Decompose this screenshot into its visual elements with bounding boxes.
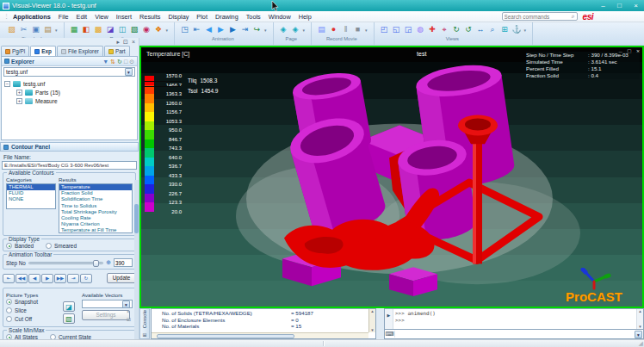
anchor-view-icon[interactable]: ⚓ [511,24,523,35]
command-input-row[interactable]: ⌨ ▾ [384,330,644,339]
pan-view-icon[interactable]: ↔ [475,24,486,35]
update-button[interactable]: Update [107,273,136,283]
open-file-icon[interactable]: ▨ [6,24,17,35]
play-button[interactable]: ▶ [41,274,53,283]
maximize-button[interactable]: □ [614,2,625,9]
section-cut-icon[interactable]: ◫ [117,24,128,35]
explorer-sort-icon[interactable]: ⇅ [110,59,115,65]
menu-tools[interactable]: Tools [246,13,261,21]
menu-applications[interactable]: Applications [13,13,51,21]
rotate-view-icon[interactable]: ↻ [451,24,462,35]
loop-button[interactable]: ↻ [80,274,92,283]
previous-page-icon[interactable]: ◈ [278,24,289,35]
axis-triad-icon[interactable]: ✚ [427,24,438,35]
result-tools-icon[interactable]: ❖ [153,24,164,35]
group-dropdown-icon[interactable]: ▾ [524,28,527,33]
scroll-down-icon[interactable]: ▼ [637,325,643,329]
paste-icon[interactable]: ▤ [42,24,53,35]
menu-help[interactable]: Help [299,13,312,21]
viewport-window[interactable]: Temperature [C] test – □ × [139,46,644,308]
last-frame-icon[interactable]: ⇥ [239,24,251,35]
scroll-up-icon[interactable]: ▲ [369,309,375,313]
prompt-scrollbar[interactable]: ▲ ▼ [636,309,643,329]
keyboard-icon[interactable]: ⌨ [385,331,395,338]
tab-file-explorer[interactable]: File Explorer [57,46,103,56]
chevron-down-icon[interactable]: ▾ [125,68,133,76]
perspective-view-icon[interactable]: ◍ [415,24,426,35]
expander-icon[interactable]: − [4,81,10,87]
console-float-icon[interactable]: ⊡ [127,317,131,322]
explorer-refresh-icon[interactable]: ↻ [117,59,122,65]
search-icon[interactable]: ⌕ [572,13,575,20]
console-output-pane[interactable]: No. of Solids (TETRA/HEXA/WEDGE) = 59418… [151,308,376,339]
record-icon[interactable]: ● [328,24,339,35]
fast-rewind-button[interactable]: ◀◀ [15,274,28,283]
menu-file[interactable]: File [59,13,69,21]
zoom-region-icon[interactable]: ⌕ [487,24,498,35]
observer-icon[interactable]: ⌖ [439,24,450,35]
tab-part[interactable]: Part [104,46,130,56]
iso-view-icon[interactable]: ◱ [391,24,402,35]
panel-float-icon[interactable]: ⊡ [123,38,128,46]
result-item[interactable]: Cooling Rate [59,215,132,221]
expander-icon[interactable]: + [16,98,22,104]
console-vertical-scrollbar[interactable]: ▲ ▼ [368,309,375,332]
previous-frame-icon[interactable]: ◀ [203,24,214,35]
step-slider[interactable] [28,262,103,264]
display-type-radio[interactable]: Smeared [46,243,77,249]
menu-plot[interactable]: Plot [196,13,207,21]
picture-type-radio[interactable]: Snapshot [6,299,63,305]
go-first-button[interactable]: ⇤ [3,274,15,283]
open-results-icon[interactable]: ▦ [69,24,80,35]
banded-contour-icon[interactable]: ▩ [93,24,104,35]
model-selector-combo[interactable]: testg.unf ▾ [3,67,135,77]
go-last-button[interactable]: ⇥ [67,274,79,283]
cut-icon[interactable]: ✂ [18,24,29,35]
menu-insert[interactable]: Insert [116,13,132,21]
tree-node-parts[interactable]: + Parts (15) [4,88,134,96]
menu-edit[interactable]: Edit [77,13,88,21]
next-frame-icon[interactable]: ▶ [227,24,238,35]
stop-icon[interactable]: ■ [352,24,363,35]
tree-node-root[interactable]: − testg.unf [4,79,134,88]
play-icon[interactable]: ▶ [215,24,226,35]
group-dropdown-icon[interactable]: ▾ [365,28,368,33]
run-command-icon[interactable]: ▶ [385,309,393,329]
copy-icon[interactable]: ▣ [30,24,41,35]
group-dropdown-icon[interactable]: ▾ [166,28,169,33]
step-increment-icon[interactable]: ⊕ [106,259,111,266]
minimize-button[interactable]: – [598,2,609,9]
cutoff-icon-button[interactable]: ▧ [63,313,75,324]
menu-drawing[interactable]: Drawing [215,13,238,21]
scroll-up-icon[interactable]: ▲ [637,309,643,313]
chevron-down-icon[interactable]: ▾ [635,331,642,338]
movie-strip-icon[interactable]: ▤ [316,24,327,35]
explorer-options-icon[interactable]: ⊙ [129,59,134,65]
expander-icon[interactable]: + [16,90,22,96]
picture-type-radio[interactable]: Cut Off [6,316,63,322]
category-item[interactable]: NONE [7,196,55,202]
contour-plot-icon[interactable]: ◧ [81,24,92,35]
step-number-input[interactable] [114,258,133,267]
console-grid-icon[interactable]: ⊞ [142,332,146,338]
explorer-new-window-icon[interactable]: □ [124,59,127,65]
search-input[interactable] [505,14,572,20]
scroll-down-icon[interactable]: ▼ [369,328,375,332]
result-item[interactable]: Fraction Solid [59,190,132,196]
first-frame-icon[interactable]: ⇤ [191,24,202,35]
menu-view[interactable]: View [95,13,108,21]
left-panel-scrollbar[interactable] [134,180,139,339]
next-page-icon[interactable]: ◈ [290,24,301,35]
envelope-icon[interactable]: ▧ [129,24,140,35]
close-button[interactable]: × [630,2,641,9]
result-item[interactable]: Time to Solidus [59,203,132,209]
display-type-radio[interactable]: Banded [6,243,34,249]
fast-forward-button[interactable]: ▶▶ [54,274,66,283]
animate-setup-icon[interactable]: ◳ [179,24,190,35]
resize-grip[interactable]: ◢ [639,340,643,347]
group-dropdown-icon[interactable]: ▾ [55,28,58,33]
console-close-icon[interactable]: × [127,309,131,314]
file-name-input[interactable]: E:/Installs/ESI/Test/Body CG 3-600 Rev06… [2,161,137,170]
front-view-icon[interactable]: ◰ [379,24,390,35]
group-dropdown-icon[interactable]: ▾ [303,28,306,33]
